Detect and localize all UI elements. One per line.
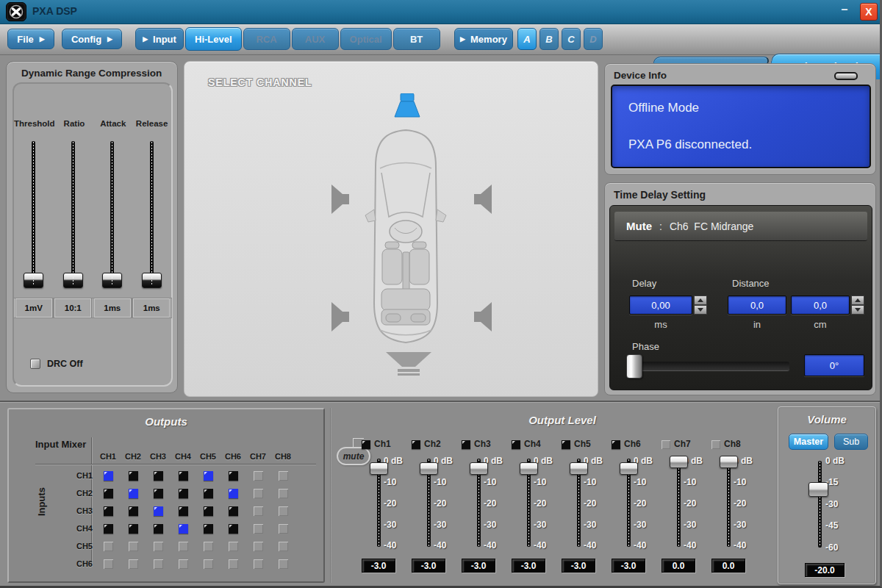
drc-slider-track-ratio[interactable] (71, 141, 75, 285)
device-info-collapse-button[interactable] (834, 72, 858, 80)
level-slider-track-ch8[interactable] (727, 459, 731, 547)
level-slider-handle-ch6[interactable] (620, 462, 638, 475)
matrix-cell-ch1-ch5[interactable] (204, 471, 213, 481)
matrix-cell-ch5-ch6 (229, 542, 238, 551)
matrix-cell-ch2-ch8 (279, 489, 288, 498)
matrix-cell-ch2-ch6[interactable] (229, 489, 238, 498)
config-menu-arrow-icon: ▶ (107, 36, 112, 43)
delay-spin-up-button[interactable] (694, 295, 707, 305)
matrix-cell-ch1-ch2[interactable] (129, 471, 138, 481)
input-tab-group: Hi-LevelRCAAUXOpticalBT (184, 28, 440, 51)
matrix-cell-ch1-ch3[interactable] (154, 471, 163, 481)
matrix-cell-ch4-ch5[interactable] (204, 524, 213, 534)
drc-slider-handle-ratio[interactable] (63, 273, 83, 288)
distance-in-field[interactable]: 0,0 (728, 295, 786, 315)
input-group-label: ▶ Input (135, 28, 184, 50)
mute-checkbox-ch7[interactable] (662, 440, 670, 449)
matrix-cell-ch4-ch2[interactable] (129, 524, 138, 534)
speaker-front-right[interactable] (473, 184, 492, 214)
input-tab-optical[interactable]: Optical (340, 28, 392, 50)
drc-slider-handle-threshold[interactable] (24, 273, 43, 288)
input-tab-bt[interactable]: BT (393, 28, 440, 50)
close-button[interactable]: X (860, 3, 878, 21)
drc-slider-handle-attack[interactable] (102, 273, 122, 288)
volume-slider-handle[interactable] (808, 482, 828, 497)
time-delay-inner: Mute : Ch6 FC Midrange Delay Distance 0,… (609, 205, 872, 390)
input-tab-hi-level[interactable]: Hi-Level (185, 27, 242, 51)
level-slider-handle-ch1[interactable] (370, 462, 388, 475)
matrix-row-label-ch6: CH6 (60, 555, 93, 573)
volume-slider-track[interactable] (818, 461, 822, 548)
speaker-front-left[interactable] (331, 184, 351, 214)
speaker-subwoofer[interactable] (386, 352, 431, 377)
file-menu-button[interactable]: File ▶ (7, 29, 54, 49)
speaker-rear-left[interactable] (331, 302, 351, 331)
mute-checkbox-ch2[interactable] (412, 440, 420, 449)
drc-slider-handle-release[interactable] (142, 273, 162, 288)
matrix-cell-ch3-ch2[interactable] (129, 506, 138, 516)
memory-slot-b[interactable]: B (539, 28, 559, 50)
matrix-cell-ch1-ch1[interactable] (104, 471, 113, 481)
matrix-cell-ch4-ch1[interactable] (104, 524, 113, 534)
mute-checkbox-ch3[interactable] (462, 440, 470, 449)
speaker-rear-right[interactable] (473, 302, 492, 331)
mute-checkbox-ch4[interactable] (512, 440, 520, 449)
matrix-cell-ch2-ch1[interactable] (104, 489, 113, 498)
distance-spin-up-button[interactable] (851, 295, 864, 305)
matrix-cell-ch3-ch6[interactable] (229, 506, 238, 516)
level-slider-track-ch7[interactable] (677, 459, 681, 547)
level-slider-handle-ch7[interactable] (670, 456, 688, 468)
matrix-cell-ch6-ch2 (129, 559, 138, 569)
matrix-row-labels: CH1CH2CH3CH4CH5CH6 (60, 467, 93, 573)
config-menu-button[interactable]: Config ▶ (62, 29, 122, 49)
delay-spin-down-button[interactable] (694, 305, 707, 315)
matrix-cell-ch2-ch3[interactable] (154, 489, 163, 498)
check-notch-icon (179, 507, 182, 510)
matrix-col-header-ch2: CH2 (121, 452, 146, 461)
matrix-cell-ch2-ch2[interactable] (129, 489, 138, 498)
drc-slider-track-attack[interactable] (110, 141, 114, 285)
check-notch-icon (462, 441, 465, 444)
mute-checkbox-ch1[interactable] (362, 440, 370, 449)
level-slider-handle-ch5[interactable] (570, 462, 588, 475)
mute-checkbox-ch5[interactable] (562, 440, 570, 449)
mute-checkbox-ch8[interactable] (711, 440, 720, 449)
speaker-front-center-selected[interactable] (393, 93, 421, 118)
volume-sub-button[interactable]: Sub (834, 434, 868, 450)
matrix-cell-ch2-ch4[interactable] (179, 489, 188, 498)
check-notch-icon (229, 507, 232, 510)
level-slider-handle-ch8[interactable] (720, 456, 738, 468)
level-slider-handle-ch3[interactable] (470, 462, 488, 475)
input-tab-aux[interactable]: AUX (292, 28, 339, 50)
phase-slider-handle[interactable] (626, 354, 642, 379)
file-menu-label: File (17, 34, 33, 45)
memory-slot-c[interactable]: C (562, 28, 581, 50)
matrix-cell-ch3-ch1[interactable] (104, 506, 113, 516)
matrix-cell-ch4-ch3[interactable] (154, 524, 163, 534)
level-slider-handle-ch2[interactable] (420, 462, 438, 475)
memory-slot-d[interactable]: D (584, 28, 603, 50)
distance-cm-field[interactable]: 0,0 (791, 295, 850, 315)
matrix-cell-ch2-ch5[interactable] (204, 489, 213, 498)
matrix-cell-ch4-ch6[interactable] (229, 524, 238, 534)
matrix-cell-ch4-ch4[interactable] (179, 524, 188, 534)
drc-off-checkbox[interactable] (30, 359, 40, 369)
drc-slider-track-release[interactable] (150, 141, 154, 285)
matrix-cell-ch3-ch4[interactable] (179, 506, 188, 516)
phase-slider-track[interactable] (629, 362, 789, 370)
volume-master-button[interactable]: Master (789, 434, 828, 450)
minimize-button[interactable]: – (836, 4, 853, 18)
delay-value-field[interactable]: 0,00 (629, 295, 692, 315)
matrix-cell-ch3-ch3[interactable] (154, 506, 163, 516)
scale-label: -30 (734, 520, 760, 530)
mute-checkbox-ch6[interactable] (612, 440, 620, 449)
matrix-cell-ch1-ch4[interactable] (179, 471, 188, 481)
matrix-cell-ch6-ch3 (154, 559, 163, 569)
level-slider-handle-ch4[interactable] (520, 462, 538, 475)
matrix-cell-ch1-ch6[interactable] (229, 471, 238, 481)
memory-slot-a[interactable]: A (517, 28, 537, 50)
matrix-cell-ch3-ch5[interactable] (204, 506, 213, 516)
distance-spin-down-button[interactable] (851, 305, 864, 315)
input-tab-rca[interactable]: RCA (243, 28, 290, 50)
drc-slider-track-threshold[interactable] (32, 141, 35, 285)
